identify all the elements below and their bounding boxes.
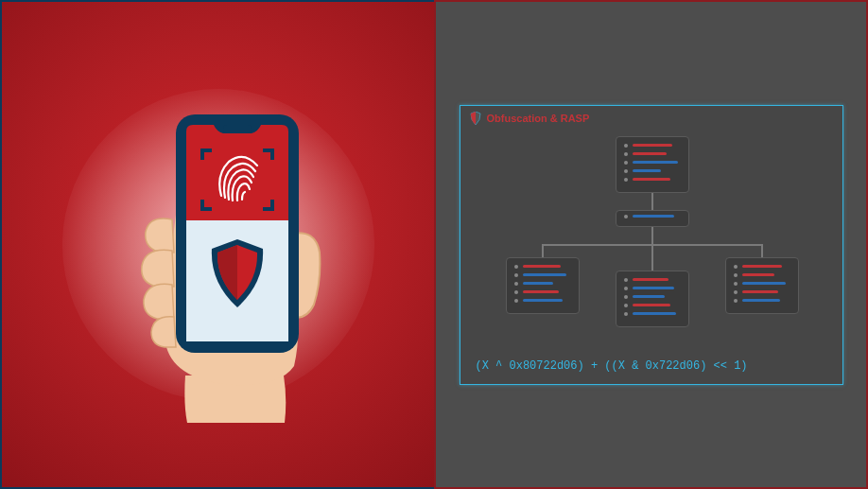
mobile-security-panel — [0, 0, 434, 489]
tree-node-child — [725, 257, 799, 314]
panel-title-row: Obfuscation & RASP — [470, 112, 590, 125]
obfuscation-panel: Obfuscation & RASP — [460, 105, 843, 385]
hand-holding-phone-illustration — [81, 63, 356, 427]
tree-connector — [651, 244, 653, 271]
tree-node-connector — [616, 210, 689, 227]
obfuscated-code-expression: (X ^ 0x80722d06) + ((X & 0x722d06) << 1) — [476, 359, 748, 373]
tree-node-root — [616, 136, 689, 193]
tree-connector — [542, 244, 544, 257]
tree-node-child — [616, 271, 689, 327]
tree-connector — [761, 244, 763, 257]
tree-connector — [651, 227, 653, 244]
tree-connector — [651, 193, 653, 210]
panel-title: Obfuscation & RASP — [487, 113, 590, 124]
obfuscation-tree — [460, 132, 842, 350]
shield-icon — [470, 112, 481, 125]
svg-rect-1 — [223, 125, 252, 133]
obfuscation-panel-container: Obfuscation & RASP — [434, 0, 868, 489]
tree-node-child — [506, 257, 580, 314]
